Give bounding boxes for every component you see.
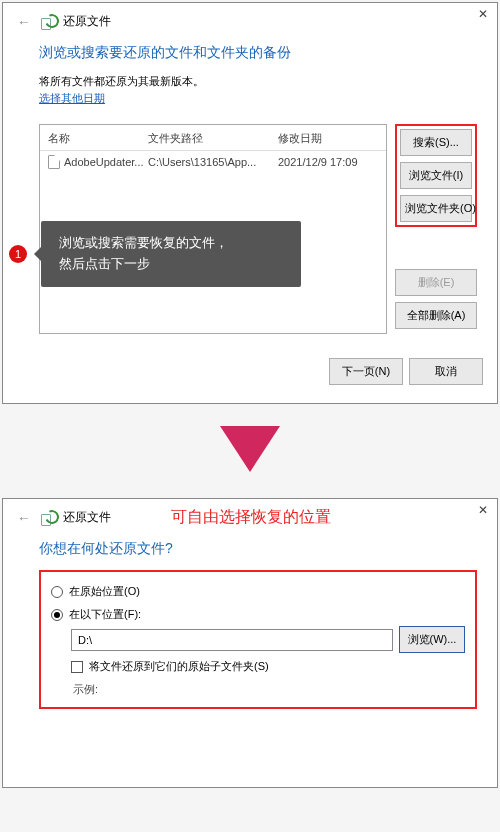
dialog-heading: 你想在何处还原文件? xyxy=(39,540,477,558)
restore-dialog-step2: ✕ 可自由选择恢复的位置 ← 还原文件 你想在何处还原文件? 在原始位置(O) … xyxy=(2,498,498,788)
cell-date: 2021/12/9 17:09 xyxy=(278,156,378,168)
radio-icon[interactable] xyxy=(51,609,63,621)
title-bar: ← 还原文件 xyxy=(3,3,497,34)
radio-original-location[interactable]: 在原始位置(O) xyxy=(51,580,465,603)
close-icon[interactable]: ✕ xyxy=(469,499,497,521)
highlight-search-browse: 搜索(S)... 浏览文件(I) 浏览文件夹(O) xyxy=(395,124,477,227)
custom-path-row: 浏览(W)... xyxy=(51,626,465,653)
tooltip-body: 浏览或搜索需要恢复的文件， 然后点击下一步 xyxy=(41,221,301,287)
restore-app-icon xyxy=(39,510,55,526)
browse-folder-button[interactable]: 浏览文件夹(O) xyxy=(400,195,472,222)
dialog-footer: 下一页(N) 取消 xyxy=(3,348,497,399)
browse-path-button[interactable]: 浏览(W)... xyxy=(399,626,465,653)
dialog-content: 你想在何处还原文件? 在原始位置(O) 在以下位置(F): 浏览(W)... 将… xyxy=(3,530,497,723)
close-icon[interactable]: ✕ xyxy=(469,3,497,25)
tooltip-callout: 1 浏览或搜索需要恢复的文件， 然后点击下一步 xyxy=(9,221,301,287)
col-header-name[interactable]: 名称 xyxy=(48,131,148,146)
next-button[interactable]: 下一页(N) xyxy=(329,358,403,385)
document-icon xyxy=(48,155,60,169)
restore-subfolders-row[interactable]: 将文件还原到它们的原始子文件夹(S) xyxy=(51,653,465,674)
dialog-content: 浏览或搜索要还原的文件和文件夹的备份 将所有文件都还原为其最新版本。 选择其他日… xyxy=(3,34,497,348)
dialog-title: 还原文件 xyxy=(63,13,111,30)
annotation-location-choice: 可自由选择恢复的位置 xyxy=(171,507,331,528)
restore-subline: 将所有文件都还原为其最新版本。 xyxy=(39,74,477,89)
remove-group: 删除(E) 全部删除(A) xyxy=(395,269,477,329)
cell-path: C:\Users\13165\App... xyxy=(148,156,278,168)
side-buttons: 搜索(S)... 浏览文件(I) 浏览文件夹(O) 删除(E) 全部删除(A) xyxy=(395,124,477,334)
cell-name: AdobeUpdater... xyxy=(48,155,148,169)
table-row[interactable]: AdobeUpdater... C:\Users\13165\App... 20… xyxy=(40,151,386,173)
delete-all-button[interactable]: 全部删除(A) xyxy=(395,302,477,329)
col-header-path[interactable]: 文件夹路径 xyxy=(148,131,278,146)
col-header-date[interactable]: 修改日期 xyxy=(278,131,378,146)
flow-arrow-icon xyxy=(0,426,500,476)
choose-other-date-link[interactable]: 选择其他日期 xyxy=(39,91,477,106)
search-button[interactable]: 搜索(S)... xyxy=(400,129,472,156)
file-list-header: 名称 文件夹路径 修改日期 xyxy=(40,125,386,151)
restore-dialog-step1: ✕ ← 还原文件 浏览或搜索要还原的文件和文件夹的备份 将所有文件都还原为其最新… xyxy=(2,2,498,404)
cancel-button[interactable]: 取消 xyxy=(409,358,483,385)
location-options-highlight: 在原始位置(O) 在以下位置(F): 浏览(W)... 将文件还原到它们的原始子… xyxy=(39,570,477,709)
back-arrow-icon[interactable]: ← xyxy=(17,510,31,526)
svg-marker-0 xyxy=(220,426,280,472)
dialog-title: 还原文件 xyxy=(63,509,111,526)
delete-button[interactable]: 删除(E) xyxy=(395,269,477,296)
dialog-heading: 浏览或搜索要还原的文件和文件夹的备份 xyxy=(39,44,477,62)
radio-custom-location[interactable]: 在以下位置(F): xyxy=(51,603,465,626)
restore-app-icon xyxy=(39,14,55,30)
radio-icon[interactable] xyxy=(51,586,63,598)
tooltip-arrow-icon xyxy=(26,246,42,262)
restore-path-input[interactable] xyxy=(71,629,393,651)
tooltip-step-badge: 1 xyxy=(9,245,27,263)
browse-file-button[interactable]: 浏览文件(I) xyxy=(400,162,472,189)
back-arrow-icon[interactable]: ← xyxy=(17,14,31,30)
checkbox-icon[interactable] xyxy=(71,661,83,673)
example-label: 示例: xyxy=(51,674,465,697)
